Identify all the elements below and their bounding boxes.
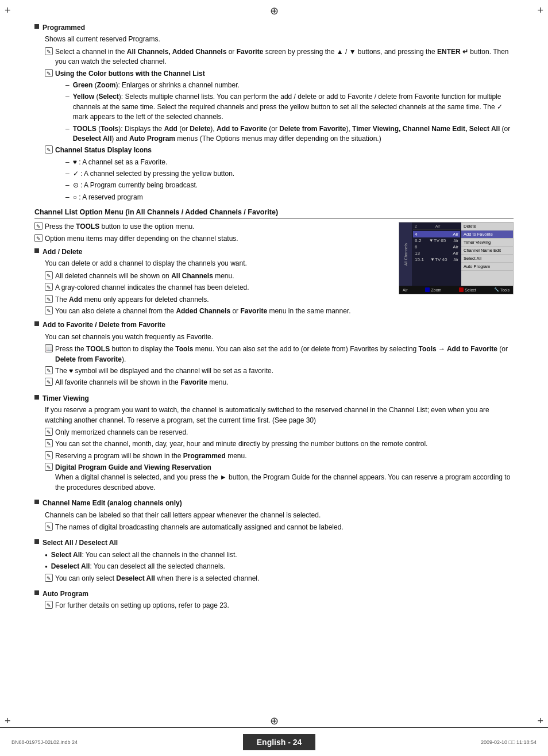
- note-icon-t3: ✎: [45, 451, 53, 459]
- add-fav-n3: ✎ All favorite channels will be shown in…: [45, 378, 514, 387]
- select-all-dot1-text: Select All: You can select all the chann…: [51, 550, 237, 560]
- select-all-n1-text: You can only select Deselect All when th…: [55, 574, 514, 584]
- note3-channel-status: ✎ Channel Status Display Icons: [45, 145, 514, 155]
- tv-channel-header: 2 Air: [413, 224, 460, 230]
- tv-menu-auto-prog: Auto Program: [461, 263, 513, 271]
- tv-ch-extra-2: Air: [453, 239, 458, 243]
- tv-channel-row-4: 13 Air: [413, 250, 460, 256]
- tv-ch-extra-5: Air: [453, 258, 458, 262]
- tv-channels-list: 2 Air 4 Air 6-2 ▼TV 65 Air: [412, 222, 461, 286]
- note2-using-color: ✎ Using the Color buttons with the Chann…: [45, 69, 514, 79]
- note-icon-sa1: ✎: [45, 574, 53, 582]
- channel-name-n1: ✎ The names of digital broadcasting chan…: [45, 523, 514, 532]
- zoom-color-btn: [425, 287, 430, 292]
- bullet-timer: [34, 395, 39, 400]
- tv-left-tab: All Channels: [399, 222, 412, 286]
- tv-ch-num-2: 6-2: [415, 238, 422, 243]
- tv-footer-zoom: Zoom: [425, 287, 441, 292]
- timer-n3: ✎ Reserving a program will be shown in t…: [45, 451, 514, 461]
- note-icon-ap1: ✎: [45, 601, 53, 609]
- bullet-square-programmed: [34, 24, 39, 29]
- programmed-desc-row: Shows all current reserved Programs. ✎ S…: [45, 34, 514, 202]
- add-fav-desc: You can set channels you watch frequentl…: [45, 332, 514, 342]
- add-delete-header: Add / Delete: [34, 247, 389, 257]
- timer-n4: ✎ Digital Program Guide and Viewing Rese…: [45, 463, 514, 493]
- auto-program-title: Auto Program: [43, 589, 514, 599]
- channel-list-section-title: Channel List Option Menu (in All Channel…: [34, 208, 514, 218]
- add-fav-header: Add to Favorite / Delete from Favorite: [34, 320, 514, 330]
- tv-ch-type-3: Air: [453, 244, 458, 250]
- tv-ch-type-4: Air: [453, 251, 458, 256]
- center-top-mark: ⊕: [270, 5, 279, 17]
- note-icon-af2: ✎: [45, 366, 53, 374]
- bottom-center: English - 24: [243, 734, 316, 750]
- programmed-desc: Shows all current reserved Programs.: [45, 34, 514, 44]
- timer-n1: ✎ Only memorized channels can be reserve…: [45, 428, 514, 438]
- programmed-title: Programmed: [43, 23, 514, 33]
- add-delete-n1-text: All deleted channels will be shown on Al…: [55, 271, 389, 281]
- tv-footer-tools: 🔧 Tools: [494, 287, 510, 292]
- programmed-header: Programmed: [34, 23, 514, 33]
- timer-n3-text: Reserving a program will be shown in the…: [55, 451, 514, 461]
- bullet-auto-program: [34, 590, 39, 595]
- add-delete-n4-text: You can also delete a channel from the A…: [55, 306, 389, 316]
- select-all-header: Select All / Deselect All: [34, 538, 514, 548]
- note-icon-cn1: ✎: [34, 222, 43, 230]
- timer-content: If you reserve a program you want to wat…: [45, 405, 514, 493]
- add-delete-n4: ✎ You can also delete a channel from the…: [45, 306, 389, 316]
- text-column: ✎ Press the TOOLS button to use the opti…: [34, 222, 389, 318]
- channel-note1-row: ✎ Press the TOOLS button to use the opti…: [34, 222, 389, 232]
- channel-name-title: Channel Name Edit (analog channels only): [43, 498, 514, 508]
- corner-mark-tr: +: [537, 5, 543, 17]
- add-fav-n3-text: All favorite channels will be shown in t…: [55, 378, 514, 387]
- icon-reserved: ○ : A reserved program: [65, 193, 514, 202]
- note-icon-ad3: ✎: [45, 295, 53, 303]
- tv-footer-select: Select: [459, 287, 476, 292]
- timer-n2: ✎ You can set the channel, month, day, y…: [45, 439, 514, 449]
- channel-list-section: Channel List Option Menu (in All Channel…: [34, 208, 514, 611]
- icon-heart: ♥ : A channel set as a Favorite.: [65, 158, 514, 167]
- tv-sidebar: All Channels 2 Air 4 Air: [399, 222, 513, 286]
- bullet-select-all: [34, 539, 39, 544]
- select-all-section: Select All / Deselect All Select All: Yo…: [34, 538, 514, 584]
- tv-menu-name-edit: Channel Name Edit: [461, 247, 513, 255]
- select-all-n1: ✎ You can only select Deselect All when …: [45, 574, 514, 584]
- channel-note1: Press the TOOLS button to use the option…: [45, 222, 389, 232]
- channel-name-desc: Channels can be labeled so that their ca…: [45, 511, 514, 520]
- tv-header-air: Air: [435, 224, 441, 228]
- tv-menu-delete: Delete: [461, 222, 513, 231]
- add-fav-n2: ✎ The ♥ symbol will be displayed and the…: [45, 366, 514, 376]
- center-bottom-mark: ⊕: [270, 715, 279, 727]
- tv-ch-num-3: 6: [415, 244, 417, 250]
- bullet-add-delete: [34, 248, 39, 253]
- icon-heart-text: ♥ : A channel set as a Favorite.: [73, 158, 168, 167]
- note-icon-ad4: ✎: [45, 306, 53, 314]
- page-container: + + ⊕ Programmed Shows all current reser…: [0, 0, 548, 756]
- channel-note2: Option menu items may differ depending o…: [45, 234, 389, 244]
- tv-footer-select-label: Select: [465, 288, 476, 292]
- timer-header: Timer Viewing: [34, 394, 514, 404]
- add-delete-n2-text: A gray-colored channel indicates the cha…: [55, 283, 389, 293]
- note3-title: Channel Status Display Icons: [55, 145, 514, 155]
- channel-name-content: Channels can be labeled so that their ca…: [45, 511, 514, 533]
- add-delete-title: Add / Delete: [43, 247, 389, 257]
- tv-channel-row-1: 4 Air: [413, 231, 460, 237]
- select-all-dot2-text: Deselect All: You can deselect all the s…: [51, 562, 225, 571]
- tools-icon: 🔧: [494, 287, 499, 292]
- timer-n4-text: Digital Program Guide and Viewing Reserv…: [55, 463, 514, 493]
- dash-green: Green (Zoom): Enlarges or shrinks a chan…: [65, 80, 514, 90]
- icon-reserved-text: ○ : A reserved program: [73, 193, 143, 202]
- tv-channel-row-2: 6-2 ▼TV 65 Air: [413, 237, 460, 244]
- tv-ch-type-2: ▼TV 65: [429, 238, 446, 243]
- tv-mockup: All Channels 2 Air 4 Air: [399, 222, 514, 294]
- tv-menu-add-fav: Add to Favorite: [461, 231, 513, 239]
- dash-tools: TOOLS (Tools): Displays the Add (or Dele…: [65, 124, 514, 144]
- channel-name-n1-text: The names of digital broadcasting channe…: [55, 523, 514, 532]
- tv-channel-row-5: 15-1 ▼TV 40 Air: [413, 256, 460, 263]
- corner-mark-tl: +: [5, 5, 11, 17]
- note-icon-1: ✎: [45, 47, 53, 55]
- note1-row: ✎ Select a channel in the All Channels, …: [45, 47, 514, 67]
- add-delete-content: You can delete or add a channel to displ…: [45, 259, 389, 316]
- timer-section: Timer Viewing If you reserve a program y…: [34, 394, 514, 493]
- tv-footer-tools-label: Tools: [500, 288, 510, 292]
